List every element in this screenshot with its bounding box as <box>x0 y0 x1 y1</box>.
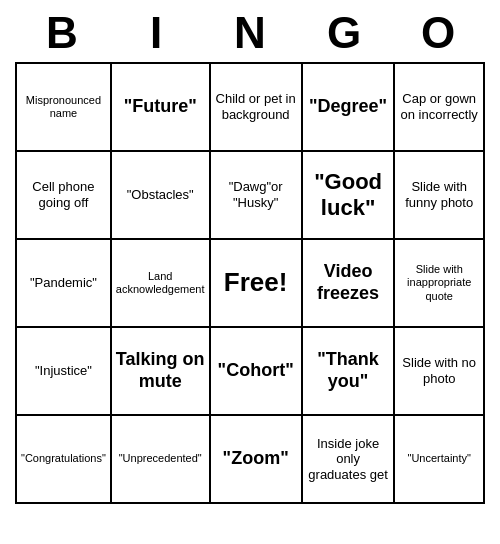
cell-r4-c2: "Zoom" <box>210 415 302 503</box>
letter-n: N <box>210 8 290 58</box>
cell-r4-c4: "Uncertainty" <box>394 415 484 503</box>
letter-g: G <box>304 8 384 58</box>
cell-r3-c0: "Injustice" <box>16 327 111 415</box>
cell-r1-c1: "Obstacles" <box>111 151 210 239</box>
cell-r2-c4: Slide with inappropriate quote <box>394 239 484 327</box>
cell-r0-c3: "Degree" <box>302 63 395 151</box>
cell-r2-c0: "Pandemic" <box>16 239 111 327</box>
cell-r2-c1: Land acknowledgement <box>111 239 210 327</box>
cell-r2-c2: Free! <box>210 239 302 327</box>
cell-r1-c4: Slide with funny photo <box>394 151 484 239</box>
cell-r0-c4: Cap or gown on incorrectly <box>394 63 484 151</box>
cell-r3-c3: "Thank you" <box>302 327 395 415</box>
cell-r4-c1: "Unprecedented" <box>111 415 210 503</box>
cell-r1-c2: "Dawg"or "Husky" <box>210 151 302 239</box>
letter-o: O <box>398 8 478 58</box>
cell-r0-c0: Mispronounced name <box>16 63 111 151</box>
cell-r3-c1: Talking on mute <box>111 327 210 415</box>
letter-i: I <box>116 8 196 58</box>
cell-r4-c3: Inside joke only graduates get <box>302 415 395 503</box>
cell-r4-c0: "Congratulations" <box>16 415 111 503</box>
cell-r3-c2: "Cohort" <box>210 327 302 415</box>
cell-r2-c3: Video freezes <box>302 239 395 327</box>
cell-r3-c4: Slide with no photo <box>394 327 484 415</box>
cell-r0-c2: Child or pet in background <box>210 63 302 151</box>
bingo-title: B I N G O <box>15 0 485 62</box>
cell-r1-c0: Cell phone going off <box>16 151 111 239</box>
letter-b: B <box>22 8 102 58</box>
bingo-grid: Mispronounced name"Future"Child or pet i… <box>15 62 485 504</box>
cell-r0-c1: "Future" <box>111 63 210 151</box>
cell-r1-c3: "Good luck" <box>302 151 395 239</box>
